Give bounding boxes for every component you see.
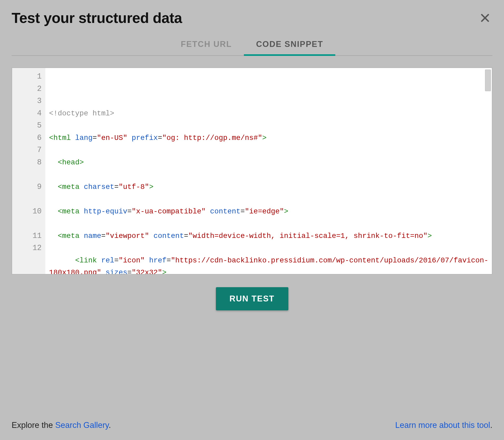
line-number: 2 [12, 83, 42, 95]
code-content[interactable]: <!doctype html> <html lang="en-US" prefi… [45, 68, 492, 274]
run-test-button[interactable]: RUN TEST [216, 287, 288, 310]
code-line: <!doctype html> [49, 107, 489, 120]
code-line: <link rel="icon" href="https://cdn-backl… [49, 255, 489, 274]
line-number: 4 [12, 107, 42, 120]
footer-right: Learn more about this tool. [395, 421, 492, 430]
modal-footer: Explore the Search Gallery. Learn more a… [12, 421, 492, 430]
line-number: 3 [12, 95, 42, 107]
code-line: <meta charset="utf-8"> [49, 181, 489, 193]
learn-more-link[interactable]: Learn more about this tool [395, 421, 490, 430]
code-line [49, 83, 489, 95]
code-line: <html lang="en-US" prefix="og: http://og… [49, 132, 489, 144]
code-line: <meta http-equiv="x-ua-compatible" conte… [49, 206, 489, 218]
close-button[interactable] [478, 11, 492, 25]
line-number: 12 [12, 242, 42, 255]
line-number: 11 [12, 230, 42, 242]
footer-left-suffix: . [109, 421, 111, 430]
footer-left-prefix: Explore the [12, 421, 55, 430]
close-icon [479, 12, 491, 23]
line-number: 10 [12, 206, 42, 230]
modal-header: Test your structured data [0, 0, 504, 28]
modal-title: Test your structured data [12, 9, 182, 26]
line-number: 7 [12, 144, 42, 157]
line-number: 1 [12, 71, 42, 83]
tab-bar: FETCH URL CODE SNIPPET [12, 33, 492, 56]
line-number: 6 [12, 132, 42, 144]
action-row: RUN TEST [0, 287, 504, 310]
code-line: <head> [49, 157, 489, 169]
footer-left: Explore the Search Gallery. [12, 421, 111, 430]
line-number: 8 [12, 157, 42, 181]
tab-code-snippet[interactable]: CODE SNIPPET [244, 33, 335, 56]
tab-fetch-url[interactable]: FETCH URL [169, 33, 244, 56]
structured-data-test-modal: Test your structured data FETCH URL CODE… [0, 0, 504, 440]
line-number: 9 [12, 181, 42, 206]
footer-right-suffix: . [490, 421, 492, 430]
scrollbar-thumb[interactable] [485, 70, 491, 91]
code-editor[interactable]: 1 2 3 4 5 6 7 8 9 10 11 12 <!doctype htm… [12, 67, 492, 275]
line-gutter: 1 2 3 4 5 6 7 8 9 10 11 12 [12, 68, 45, 274]
line-number: 5 [12, 120, 42, 132]
search-gallery-link[interactable]: Search Gallery [55, 421, 109, 430]
code-line: <meta name="viewport" content="width=dev… [49, 230, 489, 242]
